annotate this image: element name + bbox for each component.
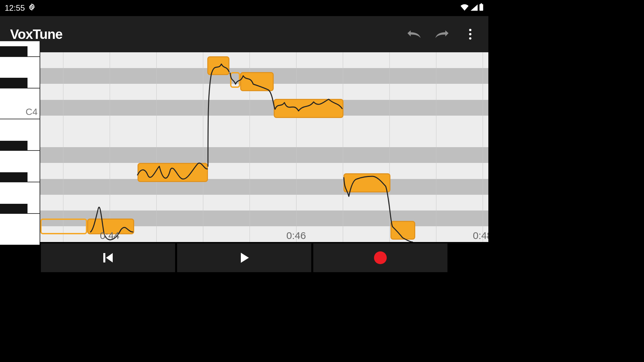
app-title: VoxTune xyxy=(10,27,62,42)
pitch-grid[interactable]: 0:440:460:48 xyxy=(40,52,488,242)
record-icon xyxy=(374,251,387,264)
pitch-editor[interactable]: C4 0:440:460:48 xyxy=(0,52,488,242)
undo-button[interactable] xyxy=(406,26,422,42)
skip-previous-button[interactable] xyxy=(41,243,175,272)
grid-row xyxy=(40,131,488,147)
pitch-note[interactable] xyxy=(40,219,87,234)
grid-row xyxy=(40,147,488,163)
pitch-note[interactable] xyxy=(207,56,229,75)
grid-vline xyxy=(63,52,63,242)
svg-point-5 xyxy=(469,37,472,40)
grid-vline xyxy=(110,52,110,242)
more-button[interactable] xyxy=(462,26,478,42)
svg-rect-6 xyxy=(103,253,105,262)
svg-rect-2 xyxy=(481,3,482,4)
svg-rect-1 xyxy=(480,4,483,11)
wifi-icon xyxy=(460,3,469,13)
pitch-note[interactable] xyxy=(274,99,343,118)
record-button[interactable] xyxy=(313,243,447,272)
transport-bar xyxy=(0,242,488,274)
grid-vline xyxy=(436,52,436,242)
grid-row xyxy=(40,100,488,116)
redo-button[interactable] xyxy=(434,26,450,42)
grid-row xyxy=(40,163,488,179)
piano-keyboard[interactable]: C4 xyxy=(0,52,40,242)
grid-vline xyxy=(389,52,390,242)
grid-vline xyxy=(483,52,483,242)
gear-icon xyxy=(28,3,36,13)
piano-white-key[interactable] xyxy=(0,214,40,245)
pitch-note[interactable] xyxy=(343,173,390,192)
status-clock: 12:55 xyxy=(5,3,25,13)
play-button[interactable] xyxy=(177,243,311,272)
time-label: 0:48 xyxy=(473,230,488,241)
grid-row xyxy=(40,195,488,210)
grid-row xyxy=(40,116,488,131)
app-bar: VoxTune xyxy=(0,16,488,52)
time-label: 0:44 xyxy=(100,230,119,241)
svg-point-4 xyxy=(469,33,472,36)
grid-vline xyxy=(156,52,157,242)
grid-vline xyxy=(296,52,297,242)
time-label: 0:46 xyxy=(286,230,306,241)
pitch-note[interactable] xyxy=(230,72,240,88)
grid-vline xyxy=(203,52,203,242)
cellular-icon xyxy=(470,3,478,13)
grid-row xyxy=(40,179,488,195)
pitch-note[interactable] xyxy=(138,163,208,182)
svg-point-0 xyxy=(31,6,33,8)
battery-icon xyxy=(479,3,484,13)
status-bar: 12:55 xyxy=(0,0,488,16)
pitch-note[interactable] xyxy=(390,221,415,240)
grid-row xyxy=(40,52,488,68)
note-label-c4: C4 xyxy=(25,107,38,117)
grid-vline xyxy=(343,52,343,242)
svg-point-3 xyxy=(469,29,472,31)
pitch-note[interactable] xyxy=(240,72,274,91)
